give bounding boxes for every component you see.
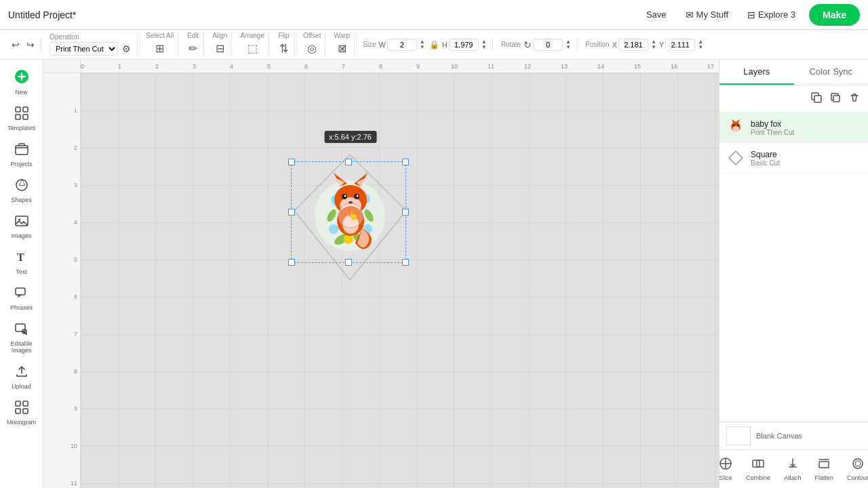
sidebar-item-editable-images[interactable]: Editable Images — [3, 318, 41, 358]
text-icon: T — [15, 250, 28, 267]
size-w-input[interactable] — [387, 39, 417, 51]
flip-button[interactable]: ⇅ — [277, 40, 290, 57]
layer-list: baby fox Print Then Cut Square Basic Cut — [719, 113, 868, 422]
offset-group: Offset ◎ — [299, 32, 326, 57]
contour-button[interactable]: Contour — [843, 454, 868, 484]
combine-button[interactable]: Combine — [742, 454, 774, 484]
save-button[interactable]: Save — [641, 7, 672, 22]
sidebar-item-upload-label: Upload — [12, 383, 31, 390]
size-inputs: W ▲ ▼ 🔒 H ▲ ▼ — [378, 39, 488, 51]
edit-button[interactable]: ✏ — [186, 40, 199, 57]
ruler-v-tick-9: 9 — [74, 405, 77, 412]
left-sidebar: New Templates Projects Shapes Images — [0, 60, 43, 488]
ruler-h-tick-2: 2 — [155, 63, 159, 70]
ruler-v-tick-8: 8 — [74, 368, 77, 375]
position-inputs: X ▲ ▼ Y ▲ ▼ — [612, 39, 705, 51]
operation-select[interactable]: Print Then Cut Basic Cut — [50, 42, 118, 56]
design-element-fox[interactable]: x:5.64 y:2.76 — [288, 151, 413, 287]
arrange-button[interactable]: ⬚ — [245, 40, 260, 57]
sidebar-item-monogram-label: Monogram — [7, 419, 36, 426]
projects-icon — [15, 142, 28, 159]
size-h-input[interactable] — [449, 39, 479, 51]
pos-x-down[interactable]: ▼ — [650, 45, 658, 50]
flatten-button[interactable]: Flatten — [811, 454, 838, 484]
rotate-inputs: ↻ ▲ ▼ — [524, 39, 572, 51]
monogram-icon — [15, 401, 28, 418]
sidebar-item-monogram[interactable]: Monogram — [3, 396, 41, 430]
sidebar-item-phrases[interactable]: Phrases — [3, 282, 41, 315]
templates-icon — [15, 106, 28, 123]
ruler-v-tick-3: 3 — [74, 182, 77, 188]
svg-point-11 — [18, 219, 20, 221]
ruler-h-tick-0: 0 — [81, 63, 84, 70]
pos-x-input[interactable] — [618, 39, 648, 51]
canvas-area: 0 1 2 3 4 5 6 7 8 9 10 11 12 13 14 15 16… — [43, 60, 719, 488]
sidebar-item-text[interactable]: T Text — [3, 246, 41, 279]
pos-y-down[interactable]: ▼ — [696, 45, 705, 50]
canvas-viewport[interactable]: x:5.64 y:2.76 — [81, 73, 719, 488]
size-w-down[interactable]: ▼ — [418, 45, 427, 50]
sidebar-item-templates[interactable]: Templates — [3, 102, 41, 136]
layer-action-delete[interactable] — [846, 89, 863, 108]
ruler-corner — [43, 60, 81, 73]
layer-item-baby-fox[interactable]: baby fox Print Then Cut — [719, 113, 868, 143]
svg-point-8 — [16, 180, 27, 190]
layer-item-square[interactable]: Square Basic Cut — [719, 143, 868, 174]
redo-button[interactable]: ↪ — [24, 37, 37, 52]
position-group: Position X ▲ ▼ Y ▲ ▼ — [581, 39, 709, 51]
svg-rect-13 — [16, 288, 25, 295]
align-button[interactable]: ⊟ — [214, 40, 226, 57]
ruler-v-tick-1: 1 — [74, 107, 77, 114]
fox-illustration: 👆 — [288, 151, 413, 287]
sidebar-item-new[interactable]: New — [3, 65, 41, 100]
make-button[interactable]: Make — [809, 4, 860, 26]
offset-button[interactable]: ◎ — [305, 40, 319, 57]
warp-button[interactable]: ⊠ — [336, 40, 349, 57]
topbar-left: Untitled Project* — [8, 9, 76, 20]
svg-rect-64 — [819, 462, 829, 468]
sidebar-item-projects[interactable]: Projects — [3, 138, 41, 171]
svg-rect-63 — [757, 460, 764, 467]
tab-color-sync[interactable]: Color Sync — [794, 60, 869, 85]
mystuff-button[interactable]: ✉ My Stuff — [680, 7, 734, 23]
undo-redo-group: ↩ ↪ — [5, 37, 41, 52]
svg-point-41 — [357, 195, 359, 197]
sidebar-item-images[interactable]: Images — [3, 210, 41, 243]
sidebar-item-shapes[interactable]: Shapes — [3, 174, 41, 207]
pos-y-input[interactable] — [665, 39, 695, 51]
lock-icon: 🔒 — [429, 40, 439, 49]
shapes-icon — [15, 178, 28, 195]
sidebar-item-upload[interactable]: Upload — [3, 361, 41, 394]
ruler-h-tick-3: 3 — [193, 63, 196, 70]
svg-rect-50 — [833, 96, 840, 102]
attach-button[interactable]: Attach — [780, 454, 806, 484]
explore-button[interactable]: ⊟ Explore 3 — [742, 7, 801, 23]
rotate-input[interactable] — [533, 39, 563, 51]
ruler-h-tick-11: 11 — [488, 63, 494, 70]
flatten-icon — [817, 457, 831, 473]
sidebar-item-phrases-label: Phrases — [10, 304, 33, 311]
blank-canvas-label: Blank Canvas — [756, 432, 802, 440]
rotate-down[interactable]: ▼ — [564, 45, 572, 50]
tab-layers[interactable]: Layers — [719, 60, 794, 85]
svg-rect-5 — [16, 115, 20, 119]
ruler-h-tick-12: 12 — [524, 63, 531, 70]
select-all-button[interactable]: ⊞ — [153, 40, 166, 57]
sidebar-item-new-label: New — [15, 89, 27, 96]
layer-info-baby-fox: baby fox Print Then Cut — [751, 119, 861, 136]
size-h-stepper: ▲ ▼ — [480, 39, 488, 50]
undo-button[interactable]: ↩ — [9, 37, 22, 52]
layer-action-duplicate[interactable] — [827, 89, 844, 108]
size-h-down[interactable]: ▼ — [480, 45, 488, 50]
svg-point-40 — [344, 195, 347, 197]
ruler-h-tick-4: 4 — [230, 63, 233, 70]
ruler-v-tick-5: 5 — [74, 256, 77, 263]
svg-rect-48 — [814, 96, 821, 102]
size-w-stepper: ▲ ▼ — [418, 39, 427, 50]
layer-info-square: Square Basic Cut — [751, 150, 861, 167]
size-group: Size W ▲ ▼ 🔒 H ▲ ▼ — [359, 39, 493, 51]
layer-action-copy-style[interactable] — [808, 89, 825, 108]
ruler-h-tick-5: 5 — [267, 63, 271, 70]
editable-images-icon — [15, 322, 28, 339]
operation-extra-btn[interactable]: ⚙ — [120, 41, 133, 56]
